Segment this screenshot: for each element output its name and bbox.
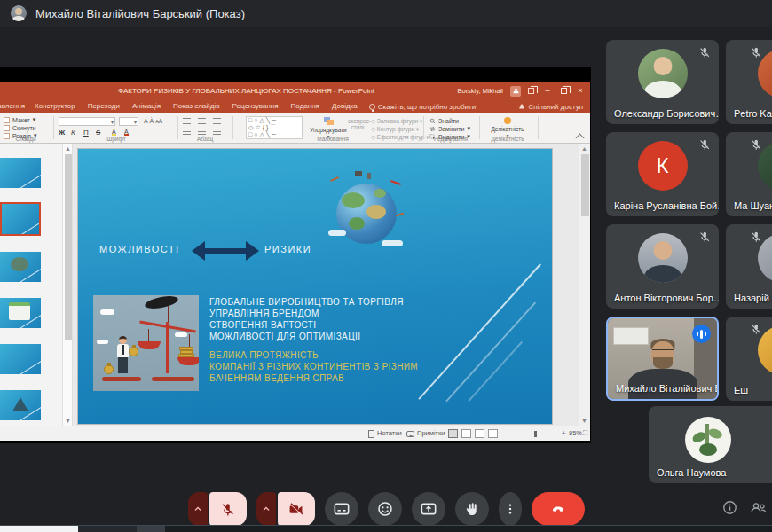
share-button[interactable]: Спільний доступ (518, 103, 583, 111)
participant-tile[interactable]: Petro Kal (726, 40, 772, 124)
tab-animations[interactable]: Анімація (126, 99, 167, 113)
present-screen-icon (421, 501, 437, 517)
replace-button[interactable]: Замінити ▾ (429, 125, 470, 132)
more-options-button[interactable] (499, 492, 522, 526)
raise-hand-button[interactable] (455, 492, 489, 526)
taskbar-item[interactable] (0, 526, 78, 532)
underline-button[interactable]: П (83, 129, 94, 136)
tab-review[interactable]: Рецензування (225, 99, 284, 113)
participant-tile-active-speaker[interactable]: Михайло Віталійович Б… (606, 317, 719, 401)
zoom-slider-thumb[interactable] (534, 431, 537, 437)
captions-button[interactable] (325, 492, 358, 526)
camera-options-button[interactable] (256, 492, 276, 526)
slide-thumbnail-3[interactable] (0, 252, 41, 282)
slide-canvas[interactable]: МОЖЛИВОСТІ РИЗИКИ (78, 149, 552, 424)
slide-white-textblock[interactable]: ГЛОБАЛЬНЕ ВИРОБНИЦТВО ТА ТОРГІВЛЯ УПРАВЛ… (209, 296, 404, 342)
hand-icon (464, 501, 480, 517)
participant-tile[interactable]: К Каріна Русланівна Бой… (606, 132, 719, 216)
mic-options-button[interactable] (188, 492, 208, 526)
ppt-titlebar[interactable]: ФАКТОРИ РИЗИКІВ У ГЛОБАЛЬНИХ ЛАНЦЮГАХ ПО… (0, 82, 590, 99)
tab-transitions[interactable]: Переходи (82, 99, 126, 113)
fit-to-window-icon[interactable]: ⛶ (583, 426, 587, 441)
slide-thumbnail-4[interactable] (0, 298, 41, 328)
layout-button[interactable]: Макет ▾ (4, 116, 35, 123)
highlight-color-button[interactable]: А (112, 129, 116, 136)
close-button[interactable]: × (574, 82, 587, 99)
info-icon[interactable] (722, 500, 737, 515)
slide-text-line: УПРАВЛІННЯ БРЕНДОМ (209, 308, 404, 319)
present-button[interactable] (412, 492, 445, 526)
ppt-account-name[interactable]: Borskiy, Mikhail (457, 87, 503, 95)
restore-button[interactable] (561, 88, 567, 94)
thumbnail-scrollbar[interactable]: ▲ ▼ (62, 144, 73, 426)
font-size-select[interactable] (119, 117, 138, 126)
chevron-up-icon (193, 504, 203, 514)
slideshow-view-icon[interactable] (488, 429, 498, 438)
comments-button[interactable]: Примітки (406, 426, 445, 441)
find-button[interactable]: Знайти (429, 117, 459, 124)
mic-off-icon (698, 138, 711, 151)
strikethrough-button[interactable]: S (96, 129, 106, 136)
participant-tile[interactable]: Еш (726, 317, 772, 401)
tell-me-assist[interactable]: Скажіть, що потрібно зробити (369, 103, 476, 111)
ppt-ribbon-tabs: Вставлення Конструктор Переходи Анімація… (0, 99, 590, 113)
font-color-button[interactable]: А (124, 129, 129, 136)
drawing-group-label: Малювання (266, 136, 399, 142)
tab-insert[interactable]: Вставлення (0, 99, 28, 113)
zoom-slider[interactable] (516, 426, 557, 441)
tab-help[interactable]: Довідка (326, 99, 364, 113)
notes-button[interactable]: Нотатки (368, 426, 402, 441)
collapse-ribbon-button[interactable] (577, 135, 583, 143)
scrollbar-thumb[interactable] (65, 154, 72, 340)
scrollbar-thumb[interactable] (581, 154, 589, 216)
slide-thumbnail-6[interactable] (0, 390, 41, 420)
participant-tile[interactable]: Антон Вікторович Бор… (606, 224, 719, 309)
reactions-button[interactable] (368, 492, 402, 526)
participant-tile[interactable]: Ольга Наумова (649, 406, 772, 483)
shape-fill-button[interactable]: ◇ Заливка фігури ▾ (371, 118, 422, 125)
participant-tile[interactable]: Назарій К (726, 224, 772, 309)
italic-button[interactable]: К (71, 129, 81, 136)
mic-toggle-button-muted[interactable] (209, 492, 247, 526)
slide-sorter-view-icon[interactable] (461, 429, 471, 438)
slide-text-line: СТВОРЕННЯ ВАРТОСТІ (209, 319, 404, 331)
quick-styles-button[interactable]: експрес-стилі (348, 118, 367, 130)
bold-button[interactable]: Ж (59, 129, 70, 136)
slide-thumbnail-2-selected[interactable] (0, 202, 41, 236)
list-buttons[interactable] (183, 118, 225, 125)
slide-yellow-textblock[interactable]: ВЕЛИКА ПРОТЯЖНІСТЬ КОМПАНІЇ З РІЗНИХ КОН… (209, 349, 418, 384)
scroll-up-icon[interactable]: ▲ (65, 145, 71, 152)
align-buttons[interactable] (183, 129, 225, 136)
view-switcher[interactable] (448, 426, 498, 441)
scroll-down-icon[interactable]: ▼ (65, 418, 71, 424)
ppt-ribbon: Макет ▾ Скинути Розділ ▾ Слайди А́ А̀ 🗚 … (0, 113, 590, 144)
tab-design[interactable]: Конструктор (28, 99, 82, 113)
shape-outline-button[interactable]: ◇ Контур фігури ▾ (371, 126, 419, 133)
zoom-in-button[interactable]: + (562, 426, 565, 441)
people-icon[interactable] (750, 500, 768, 515)
normal-view-icon[interactable] (448, 429, 458, 438)
end-call-button[interactable] (532, 492, 585, 526)
replace-icon (429, 126, 436, 132)
minimize-button[interactable]: – (541, 82, 554, 99)
zoom-level[interactable]: 85% (569, 426, 582, 441)
slide-thumbnail-1[interactable] (0, 158, 41, 188)
powerpoint-window: ФАКТОРИ РИЗИКІВ У ГЛОБАЛЬНИХ ЛАНЦЮГАХ ПО… (0, 82, 590, 441)
slide-thumbnail-5[interactable] (0, 344, 41, 374)
tab-view[interactable]: Подання (285, 99, 326, 113)
tab-slideshow[interactable]: Показ слайдів (167, 99, 225, 113)
shape-icons-row: □○△╲─ (248, 117, 300, 124)
zoom-out-button[interactable]: – (508, 426, 512, 441)
reset-button[interactable]: Скинути (4, 124, 36, 131)
scroll-down-icon[interactable]: ▼ (581, 418, 587, 424)
editing-area-scrollbar[interactable]: ▲ ▼ (579, 144, 590, 426)
ppt-account-avatar-icon[interactable] (510, 86, 521, 97)
grow-shrink-font-buttons[interactable]: А́ А̀ 🗚 (144, 118, 162, 125)
reading-view-icon[interactable] (475, 429, 484, 438)
participant-tile[interactable]: Ма Шуан (726, 132, 772, 216)
font-name-select[interactable] (59, 117, 115, 126)
scroll-up-icon[interactable]: ▲ (581, 145, 587, 152)
participant-tile[interactable]: Олександр Борисович… (606, 40, 719, 124)
camera-toggle-button-off[interactable] (278, 492, 315, 526)
ribbon-display-options-icon[interactable] (528, 88, 534, 94)
